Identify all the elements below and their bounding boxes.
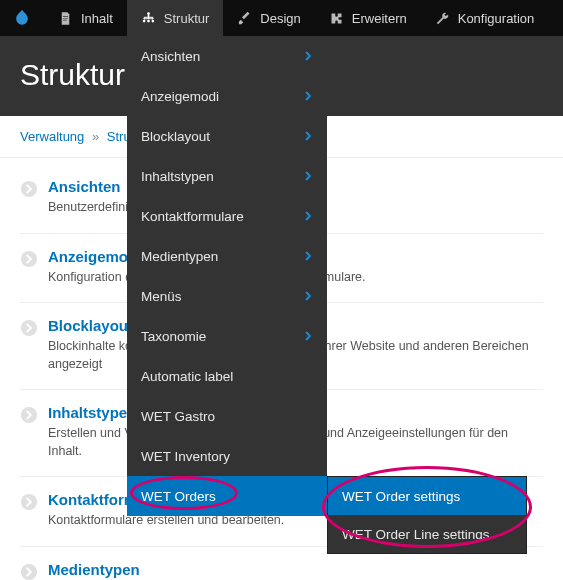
document-icon <box>58 11 73 26</box>
section-title[interactable]: Medientypen <box>48 561 543 578</box>
svg-point-4 <box>21 181 37 197</box>
svg-point-6 <box>21 320 37 336</box>
drupal-icon <box>12 8 32 28</box>
dropdown-item[interactable]: Kontaktformulare <box>127 196 327 236</box>
submenu-item[interactable]: WET Order settings <box>328 477 526 515</box>
svg-point-3 <box>151 19 154 22</box>
submenu-label: WET Order settings <box>342 489 460 504</box>
toolbar-label: Struktur <box>164 11 210 26</box>
brush-icon <box>237 11 252 26</box>
chevron-right-icon <box>303 129 313 144</box>
svg-point-8 <box>21 494 37 510</box>
dropdown-item[interactable]: WET Gastro <box>127 396 327 436</box>
chevron-circle-icon <box>20 250 38 271</box>
submenu-item[interactable]: WET Order Line settings <box>328 515 526 553</box>
dropdown-item[interactable]: Ansichten <box>127 36 327 76</box>
dropdown-item[interactable]: Medientypen <box>127 236 327 276</box>
drupal-logo[interactable] <box>0 0 44 36</box>
submenu-label: WET Order Line settings <box>342 527 490 542</box>
dropdown-label: Blocklayout <box>141 129 210 144</box>
chevron-right-icon <box>303 289 313 304</box>
chevron-circle-icon <box>20 319 38 340</box>
chevron-circle-icon <box>20 493 38 514</box>
dropdown-item[interactable]: WET Orders <box>127 476 327 516</box>
dropdown-item[interactable]: Taxonomie <box>127 316 327 356</box>
hierarchy-icon <box>141 11 156 26</box>
dropdown-item[interactable]: Automatic label <box>127 356 327 396</box>
chevron-right-icon <box>303 89 313 104</box>
svg-point-5 <box>21 250 37 266</box>
wet-orders-submenu: WET Order settingsWET Order Line setting… <box>327 476 527 554</box>
chevron-right-icon <box>303 169 313 184</box>
chevron-right-icon <box>303 249 313 264</box>
dropdown-item[interactable]: Menüs <box>127 276 327 316</box>
toolbar-item-design[interactable]: Design <box>223 0 314 36</box>
toolbar-label: Design <box>260 11 300 26</box>
dropdown-label: Kontaktformulare <box>141 209 244 224</box>
dropdown-item[interactable]: Anzeigemodi <box>127 76 327 116</box>
dropdown-item[interactable]: WET Inventory <box>127 436 327 476</box>
chevron-circle-icon <box>20 406 38 427</box>
svg-point-7 <box>21 407 37 423</box>
svg-point-1 <box>143 19 146 22</box>
breadcrumb-root[interactable]: Verwaltung <box>20 129 84 144</box>
chevron-right-icon <box>303 49 313 64</box>
dropdown-label: Automatic label <box>141 369 233 384</box>
dropdown-label: Ansichten <box>141 49 200 64</box>
chevron-right-icon <box>303 329 313 344</box>
section-body: Medientypen <box>48 561 543 581</box>
breadcrumb-separator: » <box>92 129 99 144</box>
admin-toolbar: Inhalt Struktur Design Erweitern Konfigu… <box>0 0 563 36</box>
dropdown-item[interactable]: Inhaltstypen <box>127 156 327 196</box>
dropdown-label: Anzeigemodi <box>141 89 219 104</box>
toolbar-item-inhalt[interactable]: Inhalt <box>44 0 127 36</box>
puzzle-icon <box>329 11 344 26</box>
chevron-circle-icon <box>20 563 38 581</box>
chevron-right-icon <box>303 209 313 224</box>
chevron-circle-icon <box>20 180 38 201</box>
struktur-dropdown: AnsichtenAnzeigemodiBlocklayoutInhaltsty… <box>127 36 327 516</box>
dropdown-label: Inhaltstypen <box>141 169 214 184</box>
dropdown-label: Menüs <box>141 289 182 304</box>
dropdown-label: Medientypen <box>141 249 218 264</box>
svg-point-9 <box>21 563 37 579</box>
dropdown-label: WET Inventory <box>141 449 230 464</box>
toolbar-item-erweitern[interactable]: Erweitern <box>315 0 421 36</box>
wrench-icon <box>435 11 450 26</box>
dropdown-label: WET Orders <box>141 489 216 504</box>
toolbar-item-struktur[interactable]: Struktur <box>127 0 224 36</box>
toolbar-label: Konfiguration <box>458 11 535 26</box>
toolbar-item-konfiguration[interactable]: Konfiguration <box>421 0 549 36</box>
toolbar-label: Inhalt <box>81 11 113 26</box>
dropdown-label: Taxonomie <box>141 329 206 344</box>
svg-point-2 <box>147 19 150 22</box>
toolbar-label: Erweitern <box>352 11 407 26</box>
dropdown-item[interactable]: Blocklayout <box>127 116 327 156</box>
dropdown-label: WET Gastro <box>141 409 215 424</box>
